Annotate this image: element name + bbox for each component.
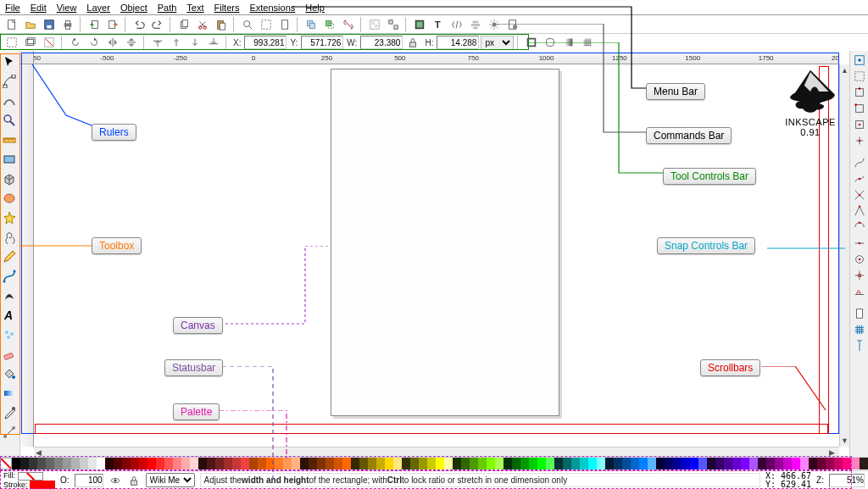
redo-icon[interactable] <box>149 16 166 33</box>
palette-swatch[interactable] <box>478 458 487 470</box>
palette-swatch[interactable] <box>554 458 563 470</box>
palette-swatch[interactable] <box>46 458 54 470</box>
palette-swatch[interactable] <box>571 458 580 470</box>
snap-grid-icon[interactable] <box>852 322 867 337</box>
palette-swatch[interactable] <box>215 458 224 470</box>
palette-swatch[interactable] <box>614 458 622 470</box>
palette-swatch[interactable] <box>173 458 181 470</box>
bezier-tool-icon[interactable] <box>0 267 19 286</box>
spiral-tool-icon[interactable] <box>0 228 19 247</box>
h-input[interactable] <box>437 36 479 49</box>
tweak-tool-icon[interactable] <box>0 92 19 110</box>
palette-swatch[interactable] <box>20 458 29 470</box>
palette-swatch[interactable] <box>783 458 792 470</box>
palette-swatch[interactable] <box>656 458 665 470</box>
palette-swatch[interactable] <box>207 458 215 470</box>
rotate-ccw-icon[interactable] <box>67 34 84 51</box>
snap-path-icon[interactable] <box>852 171 867 186</box>
palette-swatch[interactable] <box>563 458 571 470</box>
import-icon[interactable] <box>86 16 103 33</box>
palette-swatch[interactable] <box>224 458 232 470</box>
snap-smooth-icon[interactable] <box>852 219 867 235</box>
palette-swatch[interactable] <box>402 458 410 470</box>
eraser-tool-icon[interactable] <box>0 345 19 364</box>
snap-text-baseline-icon[interactable]: A <box>852 284 867 299</box>
palette-swatch[interactable] <box>105 458 114 470</box>
snap-bbox-corner-icon[interactable] <box>852 101 867 116</box>
snap-bbox-center-icon[interactable] <box>852 133 867 148</box>
deselect-icon[interactable] <box>41 34 58 51</box>
palette-swatch[interactable] <box>834 458 843 470</box>
palette-swatch[interactable] <box>258 458 266 470</box>
palette-swatch[interactable] <box>275 458 283 470</box>
ungroup-icon[interactable] <box>385 16 402 33</box>
snap-global-icon[interactable] <box>852 53 867 68</box>
zoom-selection-icon[interactable] <box>239 16 256 33</box>
palette-swatch[interactable] <box>851 458 860 470</box>
palette-swatch[interactable] <box>682 458 690 470</box>
palette-swatch[interactable] <box>317 458 326 470</box>
layer-select[interactable]: Wiki MeLayer 1 <box>146 473 195 487</box>
menu-filters[interactable]: Filters <box>213 3 242 13</box>
palette-swatch[interactable] <box>114 458 122 470</box>
palette-swatch[interactable] <box>376 458 385 470</box>
palette-swatch[interactable] <box>529 458 537 470</box>
palette-swatch[interactable] <box>198 458 207 470</box>
palette-swatch[interactable] <box>546 458 554 470</box>
open-file-icon[interactable] <box>22 16 39 33</box>
palette-swatch[interactable] <box>241 458 249 470</box>
palette-swatch[interactable] <box>156 458 164 470</box>
stroke-swatch-icon[interactable] <box>30 481 55 489</box>
palette-swatch[interactable] <box>707 458 715 470</box>
gradient-tool-icon[interactable] <box>0 384 19 403</box>
snap-object-center-icon[interactable] <box>852 252 867 267</box>
palette-swatch[interactable] <box>520 458 529 470</box>
palette-swatch[interactable] <box>88 458 97 470</box>
duplicate-icon[interactable] <box>303 16 320 33</box>
opacity-input[interactable] <box>75 474 103 487</box>
snap-guide-icon[interactable] <box>852 338 867 353</box>
affect-stroke-icon[interactable] <box>523 34 540 51</box>
select-all-icon[interactable] <box>3 34 20 51</box>
node-tool-icon[interactable] <box>0 72 19 91</box>
palette-swatch[interactable] <box>181 458 190 470</box>
palette-swatch[interactable] <box>266 458 275 470</box>
ruler-vertical[interactable] <box>20 64 34 447</box>
palette-swatch[interactable] <box>715 458 724 470</box>
menu-object[interactable]: Object <box>119 3 149 13</box>
text-tool-icon[interactable]: A <box>0 306 19 325</box>
palette-swatch[interactable] <box>71 458 80 470</box>
affect-gradient-icon[interactable] <box>560 34 577 51</box>
horizontal-scrollbar[interactable]: ◀▶ <box>34 447 839 457</box>
palette-swatch[interactable] <box>631 458 639 470</box>
palette-swatch[interactable] <box>334 458 342 470</box>
calligraphy-tool-icon[interactable] <box>0 286 19 305</box>
palette-swatch[interactable] <box>470 458 478 470</box>
palette[interactable] <box>0 457 868 470</box>
palette-swatch[interactable] <box>309 458 317 470</box>
palette-swatch[interactable] <box>131 458 139 470</box>
palette-swatch[interactable] <box>588 458 597 470</box>
palette-swatch[interactable] <box>37 458 46 470</box>
menu-bar[interactable]: File Edit View Layer Object Path Text Fi… <box>0 0 868 15</box>
palette-swatch[interactable] <box>393 458 402 470</box>
raise-icon[interactable] <box>168 34 185 51</box>
fill-swatch-icon[interactable] <box>18 472 43 481</box>
palette-swatch[interactable] <box>648 458 656 470</box>
select-all-layers-icon[interactable] <box>22 34 39 51</box>
units-select[interactable]: pxmmcminpt <box>481 36 514 50</box>
undo-icon[interactable] <box>131 16 147 33</box>
pencil-tool-icon[interactable] <box>0 247 19 266</box>
zoom-drawing-icon[interactable] <box>258 16 275 33</box>
snap-page-icon[interactable] <box>852 306 867 321</box>
document-properties-icon[interactable] <box>504 16 521 33</box>
clone-icon[interactable] <box>321 16 338 33</box>
menu-help[interactable]: Help <box>303 3 326 13</box>
palette-swatch[interactable] <box>97 458 105 470</box>
palette-swatch[interactable] <box>232 458 241 470</box>
palette-swatch[interactable] <box>122 458 131 470</box>
affect-corners-icon[interactable] <box>542 34 559 51</box>
xml-dialog-icon[interactable] <box>448 16 465 33</box>
palette-swatch[interactable] <box>775 458 783 470</box>
menu-file[interactable]: File <box>3 3 22 13</box>
